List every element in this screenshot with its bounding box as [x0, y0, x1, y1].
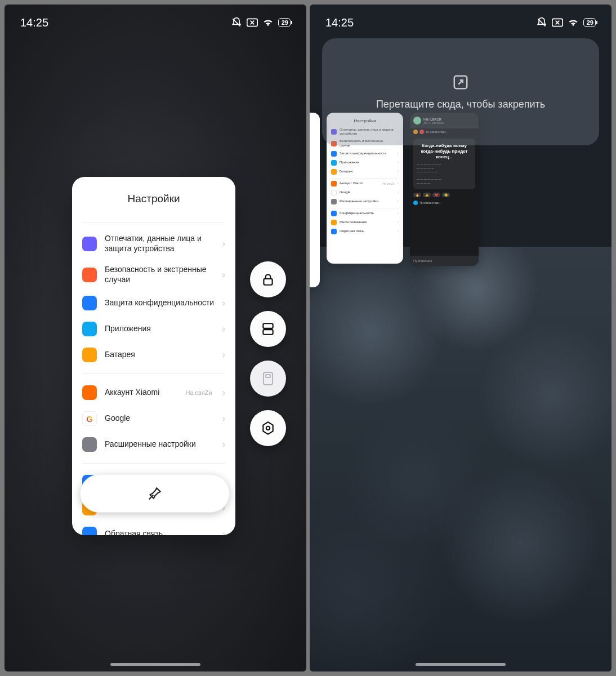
floating-icon — [262, 371, 274, 386]
mini-settings-row: Аккаунт XiaomiНа свяZи› — [331, 181, 399, 186]
status-bar: 14:25 29 — [5, 5, 306, 41]
row-icon: G — [82, 411, 97, 426]
chevron-right-icon: › — [222, 239, 225, 249]
status-bar: 14:25 29 — [310, 5, 611, 41]
settings-row[interactable]: Аккаунт XiaomiНа свяZи› — [72, 380, 235, 406]
recents-action-column — [250, 261, 286, 446]
pin-zone-text: Перетащите сюда, чтобы закрепить — [376, 99, 545, 110]
settings-row[interactable]: Приложения› — [72, 316, 235, 342]
settings-row[interactable]: Расширенные настройки› — [72, 432, 235, 457]
tg-footer: Публикация — [410, 256, 479, 266]
wallpaper-mountains — [310, 247, 611, 671]
recents-card-partial[interactable]: + — [310, 113, 320, 287]
svg-rect-1 — [264, 279, 272, 285]
lock-icon — [261, 272, 275, 287]
chevron-right-icon: › — [222, 529, 225, 535]
pin-icon — [148, 486, 162, 501]
splitscreen-action[interactable] — [250, 311, 286, 347]
chevron-right-icon: › — [222, 413, 225, 424]
row-icon — [82, 348, 97, 362]
mini-settings-row: Конфиденциальность› — [331, 211, 399, 216]
status-time: 14:25 — [325, 16, 354, 29]
lock-action[interactable] — [250, 261, 286, 297]
wifi-icon — [568, 18, 579, 27]
dnd-icon — [231, 17, 242, 28]
mini-settings-row: Приложения› — [331, 160, 399, 166]
row-icon — [82, 268, 97, 282]
row-icon — [82, 437, 97, 452]
row-icon — [82, 237, 97, 251]
card-title: Настройки — [72, 193, 235, 205]
chevron-right-icon: › — [222, 324, 225, 334]
home-indicator[interactable] — [416, 663, 506, 666]
settings-action[interactable] — [250, 410, 286, 446]
chevron-right-icon: › — [222, 439, 225, 450]
chevron-right-icon: › — [222, 298, 225, 308]
mini-settings-row: Расширенные настройки› — [331, 199, 399, 204]
status-time: 14:25 — [20, 16, 48, 29]
battery-icon: 29 — [278, 18, 291, 27]
row-label: Аккаунт Xiaomi — [105, 388, 178, 398]
svg-rect-2 — [263, 323, 273, 328]
row-icon — [82, 527, 97, 535]
pin-button[interactable] — [80, 474, 230, 513]
status-icons: 29 — [536, 17, 596, 28]
wifi-icon — [262, 18, 274, 27]
row-label: Обратная связь — [105, 529, 215, 535]
row-label: Безопасность и экстренные случаи — [105, 265, 215, 284]
svg-point-6 — [266, 426, 270, 430]
row-subtext: На свяZи — [186, 389, 212, 396]
sim-missing-icon — [552, 18, 563, 27]
tg-reactions: 🔥👍❤️😢 — [410, 193, 479, 197]
mini-settings-row: Местоположение› — [331, 220, 399, 225]
hex-gear-icon — [261, 421, 275, 435]
row-label: Защита конфиденциальности — [105, 298, 215, 308]
row-label: Приложения — [105, 324, 215, 334]
settings-row[interactable]: Защита конфиденциальности› — [72, 290, 235, 316]
row-label: Батарея — [105, 350, 215, 360]
svg-rect-5 — [266, 375, 270, 377]
settings-row[interactable]: GGoogle› — [72, 406, 235, 432]
battery-icon: 29 — [583, 18, 596, 27]
row-icon — [82, 296, 97, 310]
row-icon — [82, 385, 97, 400]
phone-right: 14:25 29 Перетащите сюда, чтобы закрепит… — [310, 5, 611, 671]
mini-settings-row: Обратная связь› — [331, 229, 399, 234]
sim-missing-icon — [247, 18, 258, 27]
row-label: Расширенные настройки — [105, 439, 215, 450]
dnd-icon — [536, 17, 547, 28]
pin-drop-zone[interactable]: Перетащите сюда, чтобы закрепить — [322, 38, 599, 145]
mini-settings-row: Батарея› — [331, 169, 399, 175]
settings-row[interactable]: Батарея› — [72, 342, 235, 368]
phone-left: 14:25 29 Настройки Отпечатки, данные лиц… — [5, 5, 306, 671]
chevron-right-icon: › — [222, 350, 225, 360]
chevron-right-icon: › — [222, 388, 225, 398]
chevron-right-icon: › — [222, 270, 225, 280]
settings-row[interactable]: Обратная связь› — [72, 521, 235, 535]
mini-settings-row: Защита конфиденциальности› — [331, 151, 399, 157]
row-label: Google — [105, 413, 215, 424]
settings-row[interactable]: Отпечатки, данные лица и защита устройст… — [72, 228, 235, 259]
mini-settings-row: Google› — [331, 190, 399, 195]
floating-dropzone-icon — [452, 74, 469, 91]
split-icon — [261, 322, 275, 336]
row-label: Отпечатки, данные лица и защита устройст… — [105, 234, 215, 254]
settings-row[interactable]: Безопасность и экстренные случаи› — [72, 259, 235, 290]
svg-rect-3 — [263, 330, 273, 335]
row-icon — [82, 322, 97, 336]
status-icons: 29 — [231, 17, 291, 28]
floating-window-action[interactable] — [250, 361, 286, 397]
tg-post: Когда-нибудь всему когда-нибудь придет к… — [413, 139, 475, 189]
home-indicator[interactable] — [110, 663, 200, 666]
